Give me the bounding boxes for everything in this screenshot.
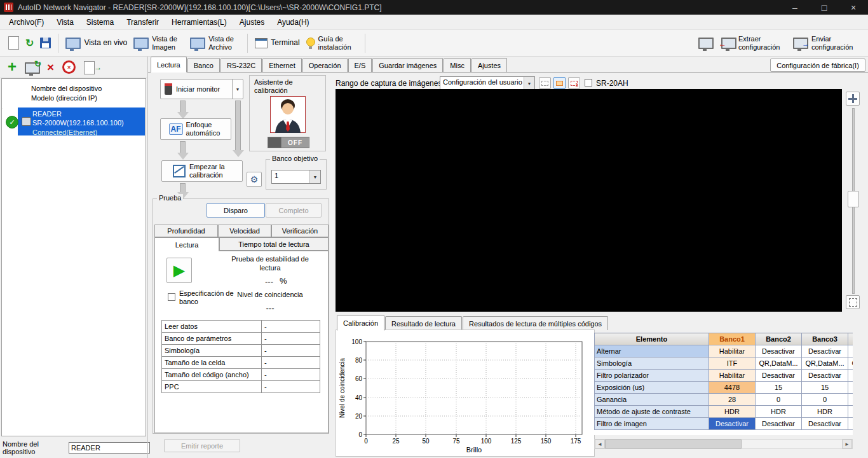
disconnect-device-button[interactable]: × xyxy=(62,60,76,74)
cell-value[interactable]: 0 xyxy=(848,394,853,406)
scroll-left-button[interactable]: ◄ xyxy=(595,440,605,448)
cell-value[interactable]: Desactivar xyxy=(756,418,802,430)
tab-es[interactable]: E/S xyxy=(348,58,372,72)
target-bank-select[interactable]: 1 ▼ xyxy=(271,170,321,184)
bank-spec-checkbox[interactable] xyxy=(168,293,175,301)
search-devices-button[interactable]: ↻ xyxy=(25,61,39,74)
menu-vista[interactable]: Vista xyxy=(50,15,79,29)
cell-value[interactable]: Desactivar xyxy=(756,370,802,382)
device-name-input[interactable] xyxy=(69,442,150,454)
extract-config-button[interactable]: ← Extraer configuración xyxy=(717,34,790,52)
cell-value[interactable]: Habilitar xyxy=(709,345,756,357)
tab-lectura[interactable]: Lectura xyxy=(151,57,187,73)
menu-herramientas[interactable]: Herramientas(L) xyxy=(165,15,233,29)
install-guide-button[interactable]: Guía de instalación xyxy=(303,34,361,52)
terminal-button[interactable]: Terminal xyxy=(252,37,302,50)
tab-guardar-imagenes[interactable]: Guardar imágenes xyxy=(372,58,443,72)
subtab-profundidad[interactable]: Profundidad xyxy=(154,225,218,237)
tab-ajustes[interactable]: Ajustes xyxy=(471,58,507,72)
factory-config-button[interactable]: Configuración de fábrica(I) xyxy=(770,59,865,72)
col-banco3[interactable]: Banco3 xyxy=(802,333,848,345)
cell-value[interactable]: 15 xyxy=(802,382,848,394)
send-config-button[interactable]: → Enviar configuración xyxy=(790,34,863,52)
cell-value[interactable]: ITF xyxy=(709,357,756,370)
cell-value[interactable]: Desactivar xyxy=(756,345,802,357)
cell-value[interactable]: 15 xyxy=(848,382,853,394)
cell-value[interactable]: QR,DataM... xyxy=(756,357,802,370)
cell-label[interactable]: Filtro polarizador xyxy=(595,370,709,382)
refresh-config-button[interactable]: ↻ xyxy=(22,38,37,49)
minimize-button[interactable]: – xyxy=(780,0,810,15)
col-banco1[interactable]: Banco1 xyxy=(709,333,756,345)
cell-value[interactable]: 4478 xyxy=(709,382,756,394)
cell-label[interactable]: Método de ajuste de contraste xyxy=(595,406,709,418)
start-monitor-dropdown[interactable]: ▼ xyxy=(232,80,243,99)
menu-archivo[interactable]: Archivo(F) xyxy=(3,15,50,29)
device-row[interactable]: ✓ READER SR-2000W(192.168.100.100) Conne… xyxy=(3,108,145,135)
cell-value[interactable]: HDR xyxy=(848,406,853,418)
cell-value[interactable]: Habilitar xyxy=(709,370,756,382)
start-monitor-button[interactable]: Iniciar monitor ▼ xyxy=(160,79,243,99)
scroll-right-button[interactable]: ► xyxy=(842,440,852,448)
cell-value[interactable]: 0 xyxy=(802,394,848,406)
subtab-velocidad[interactable]: Velocidad xyxy=(218,225,271,237)
cell-value[interactable]: HDR xyxy=(709,406,756,418)
tab-rs232c[interactable]: RS-232C xyxy=(220,58,262,72)
file-view-button[interactable]: Vista de Archivo xyxy=(187,34,243,52)
cell-value[interactable]: Desactivar xyxy=(802,418,848,430)
tab-ethernet[interactable]: Ethernet xyxy=(262,58,302,72)
test-trigger-button[interactable]: Disparo xyxy=(207,203,265,218)
calibration-settings-button[interactable]: ⚙ xyxy=(247,172,262,187)
cell-value[interactable]: Desactivar xyxy=(848,345,853,357)
save-button[interactable] xyxy=(37,36,54,50)
col-banco2[interactable]: Banco2 xyxy=(756,333,802,345)
cell-value[interactable]: QR,DataM... xyxy=(848,357,853,370)
export-report-button[interactable]: → xyxy=(84,61,98,74)
cell-label[interactable]: Exposición (us) xyxy=(595,382,709,394)
sr20ah-checkbox[interactable] xyxy=(585,79,592,87)
emit-report-button[interactable]: Emitir reporte xyxy=(164,439,240,452)
start-calibration-button[interactable]: Empezar la calibración xyxy=(161,160,243,182)
run-test-button[interactable]: ▶ xyxy=(166,258,192,283)
col-banco4[interactable]: Banco4 xyxy=(848,333,853,345)
pan-tool-button[interactable] xyxy=(846,92,860,106)
menu-ajustes[interactable]: Ajustes xyxy=(233,15,271,29)
assistant-off-toggle[interactable]: OFF xyxy=(268,137,309,148)
tab-misc[interactable]: Misc xyxy=(444,58,471,72)
tab-calibracion[interactable]: Calibración xyxy=(337,315,384,331)
close-button[interactable]: × xyxy=(839,0,868,15)
cell-value[interactable]: 15 xyxy=(756,382,802,394)
cell-value[interactable]: Desactivar xyxy=(802,370,848,382)
menu-transferir[interactable]: Transferir xyxy=(120,15,165,29)
menu-sistema[interactable]: Sistema xyxy=(80,15,120,29)
remove-device-button[interactable]: × xyxy=(47,62,54,73)
capture-preset-select[interactable]: Configuración del usuario ▼ xyxy=(440,76,535,90)
image-view-button[interactable]: Vista de Imagen xyxy=(130,34,187,52)
cell-value[interactable]: QR,DataM... xyxy=(802,357,848,370)
subtab-verificacion[interactable]: Verificación xyxy=(271,225,329,237)
capture-range-custom-button[interactable]: 1 xyxy=(568,77,580,89)
cell-label[interactable]: Filtro de imagen xyxy=(595,418,709,430)
tab-resultados-multiples[interactable]: Resultados de lectura de múltiples códig… xyxy=(463,316,608,330)
cell-value[interactable]: Desactivar xyxy=(848,370,853,382)
tab-resultado-lectura[interactable]: Resultado de lectura xyxy=(385,316,462,330)
new-file-button[interactable] xyxy=(5,35,22,51)
cell-value[interactable]: Desactivar xyxy=(848,418,853,430)
capture-range-none-button[interactable] xyxy=(539,77,551,89)
cell-value[interactable]: Desactivar xyxy=(802,345,848,357)
tab-banco[interactable]: Banco xyxy=(187,58,220,72)
fit-view-button[interactable] xyxy=(846,295,860,309)
cell-value-selected[interactable]: Desactivar xyxy=(709,418,756,430)
live-view-button[interactable]: Vista en vivo xyxy=(62,36,130,50)
col-elemento[interactable]: Elemento xyxy=(595,333,709,345)
cell-label[interactable]: Simbología xyxy=(595,357,709,370)
cell-value[interactable]: HDR xyxy=(756,406,802,418)
cell-label[interactable]: Alternar xyxy=(595,345,709,357)
maximize-button[interactable]: □ xyxy=(810,0,839,15)
subtab-tiempo-total[interactable]: Tiempo total de lectura xyxy=(219,237,329,251)
autofocus-button[interactable]: AF Enfoque automático xyxy=(160,118,231,140)
scroll-thumb[interactable] xyxy=(605,440,742,448)
add-device-button[interactable]: + xyxy=(8,60,17,74)
cell-value[interactable]: 0 xyxy=(756,394,802,406)
cell-value[interactable]: HDR xyxy=(802,406,848,418)
